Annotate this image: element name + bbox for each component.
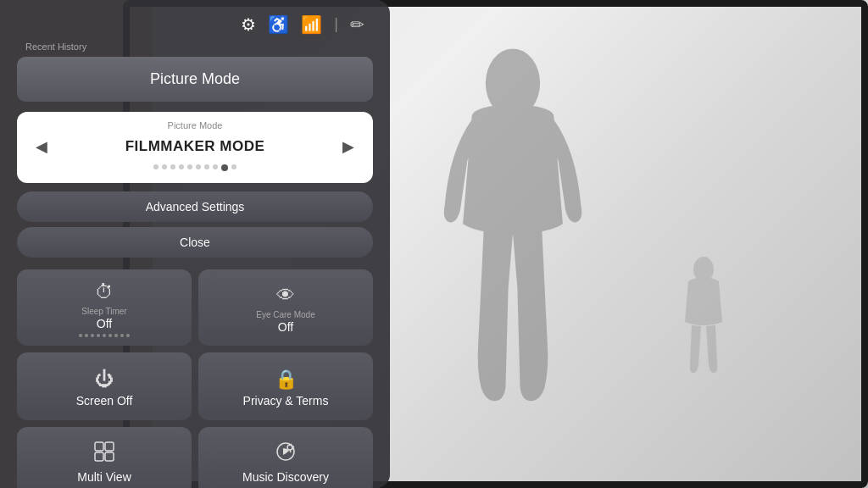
mode-next-arrow[interactable]: ▶ <box>336 134 361 159</box>
svg-rect-3 <box>105 442 114 451</box>
music-discovery-icon <box>275 441 296 467</box>
mode-dot-1 <box>153 164 159 169</box>
svg-rect-2 <box>95 442 103 451</box>
picture-mode-button[interactable]: Picture Mode <box>17 57 373 102</box>
svg-rect-5 <box>105 452 114 461</box>
sleep-timer-dot-7 <box>114 334 118 337</box>
screen-off-icon: ⏻ <box>95 369 114 391</box>
sleep-timer-dot-4 <box>97 334 100 337</box>
mode-selector-row: ◀ FILMMAKER MODE ▶ <box>29 134 361 159</box>
mode-dot-8 <box>213 164 218 169</box>
gear-icon[interactable]: ⚙ <box>241 16 256 33</box>
sleep-timer-dot-5 <box>103 334 106 337</box>
mode-dot-7 <box>204 164 209 169</box>
screen-off-tile[interactable]: ⏻ Screen Off <box>17 352 192 420</box>
icon-bar: ⚙ ♿ 📶 | ✏ <box>241 15 373 33</box>
mode-selector-label: Picture Mode <box>29 120 361 130</box>
sleep-timer-tile[interactable]: ⏱ Sleep Timer Off <box>17 269 192 346</box>
advanced-settings-button[interactable]: Advanced Settings <box>17 191 373 222</box>
privacy-terms-tile[interactable]: 🔒 Privacy & Terms <box>198 352 373 420</box>
screen-off-label: Screen Off <box>76 394 133 408</box>
mode-dot-2 <box>162 164 167 169</box>
tiles-grid: ⏱ Sleep Timer Off 👁 Eye Care Mode Off <box>17 269 373 488</box>
sleep-timer-dot-8 <box>120 334 124 337</box>
mode-dot-5 <box>187 164 192 169</box>
recent-history-label: Recent History <box>25 42 86 52</box>
sleep-timer-dot-1 <box>79 334 82 337</box>
multi-view-tile[interactable]: Multi View <box>17 427 192 488</box>
sleep-timer-icon: ⏱ <box>95 281 114 303</box>
mode-dot-3 <box>170 164 175 169</box>
privacy-terms-label: Privacy & Terms <box>243 394 329 408</box>
small-figure-silhouette <box>670 254 737 390</box>
sleep-timer-label-top: Sleep Timer <box>81 307 126 316</box>
music-discovery-label: Music Discovery <box>242 470 329 484</box>
accessibility-icon[interactable]: ♿ <box>268 16 289 33</box>
wifi-icon[interactable]: 📶 <box>301 16 322 33</box>
sleep-timer-dot-6 <box>108 334 112 337</box>
close-button[interactable]: Close <box>17 227 373 258</box>
icon-separator: | <box>334 15 338 33</box>
mode-dots <box>29 164 361 171</box>
eye-care-icon: 👁 <box>276 285 295 307</box>
privacy-icon: 🔒 <box>275 369 298 391</box>
eye-care-label-main: Off <box>278 320 293 334</box>
eye-care-label-top: Eye Care Mode <box>256 310 314 319</box>
mode-dot-9 <box>221 164 228 171</box>
sleep-timer-dot-2 <box>85 334 88 337</box>
music-discovery-tile[interactable]: Music Discovery <box>198 427 373 488</box>
mode-dot-6 <box>196 164 201 169</box>
multi-view-label: Multi View <box>77 470 131 484</box>
edit-icon[interactable]: ✏ <box>350 16 364 33</box>
sleep-timer-dots <box>79 334 130 337</box>
sleep-timer-dot-3 <box>91 334 94 337</box>
eye-care-mode-tile[interactable]: 👁 Eye Care Mode Off <box>198 269 373 346</box>
sleep-timer-dot-9 <box>126 334 130 337</box>
mode-name: FILMMAKER MODE <box>125 138 265 155</box>
settings-panel: ⚙ ♿ 📶 | ✏ Recent History Picture Mode Pi… <box>0 0 390 488</box>
multi-view-icon <box>94 441 114 467</box>
sleep-timer-label-main: Off <box>97 317 112 330</box>
mode-dot-4 <box>179 164 184 169</box>
mode-selector-card: Picture Mode ◀ FILMMAKER MODE ▶ <box>17 112 373 183</box>
svg-rect-4 <box>95 452 103 461</box>
mode-dot-10 <box>231 164 236 169</box>
mode-prev-arrow[interactable]: ◀ <box>29 134 54 159</box>
figure-silhouette <box>407 42 619 424</box>
